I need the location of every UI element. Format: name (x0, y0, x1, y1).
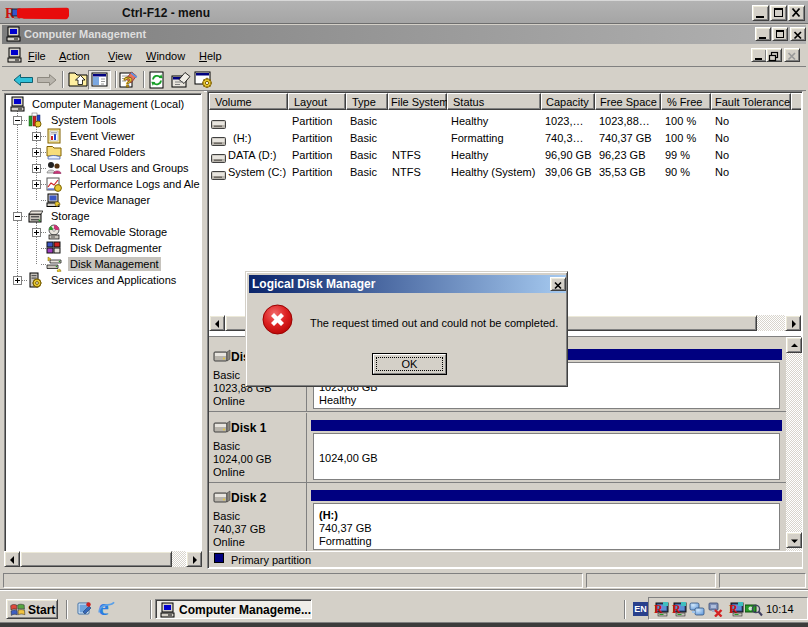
svg-text:?: ? (124, 73, 133, 89)
